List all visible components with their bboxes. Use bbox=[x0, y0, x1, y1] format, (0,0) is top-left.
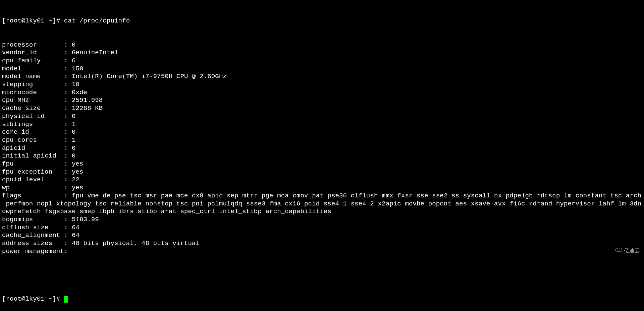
cpuinfo-field-siblings: siblings : 1 bbox=[2, 121, 642, 129]
cpuinfo-field-microcode: microcode : 0xde bbox=[2, 89, 642, 97]
svg-point-0 bbox=[617, 249, 618, 250]
cpuinfo-field-processor: processor : 0 bbox=[2, 41, 642, 49]
cloud-icon bbox=[605, 239, 623, 262]
prompt-line: [root@lky01 ~]# bbox=[2, 295, 642, 303]
cpuinfo-field-physical-id: physical id : 0 bbox=[2, 113, 642, 121]
watermark-text: 亿速云 bbox=[624, 247, 640, 255]
cpuinfo-field-power-management: power management: bbox=[2, 248, 642, 256]
cpuinfo-field-cpuid-level: cpuid level : 22 bbox=[2, 176, 642, 184]
cpuinfo-field-bogomips: bogomips : 5183.99 bbox=[2, 216, 642, 224]
shell-prompt: [root@lky01 ~]# bbox=[2, 17, 64, 24]
shell-prompt: [root@lky01 ~]# bbox=[2, 295, 64, 303]
cpuinfo-field-fpu-exception: fpu_exception : yes bbox=[2, 168, 642, 176]
cpuinfo-field-cpu-mhz: cpu MHz : 2591.998 bbox=[2, 97, 642, 105]
cpuinfo-output: processor : 0vendor_id : GenuineIntelcpu… bbox=[2, 41, 642, 256]
svg-point-1 bbox=[619, 249, 620, 250]
cpuinfo-field-clflush-size: clflush size : 64 bbox=[2, 224, 642, 232]
cpuinfo-field-cpu-family: cpu family : 6 bbox=[2, 57, 642, 65]
cpuinfo-field-wp: wp : yes bbox=[2, 184, 642, 192]
watermark: 亿速云 bbox=[605, 239, 640, 262]
cpuinfo-field-initial-apicid: initial apicid : 0 bbox=[2, 152, 642, 160]
cpuinfo-field-cache-alignment: cache_alignment : 64 bbox=[2, 232, 642, 240]
cpuinfo-field-model: model : 158 bbox=[2, 65, 642, 73]
cpuinfo-field-model-name: model name : Intel(R) Core(TM) i7-9750H … bbox=[2, 73, 642, 81]
cpuinfo-field-core-id: core id : 0 bbox=[2, 128, 642, 136]
cpuinfo-field-cpu-cores: cpu cores : 1 bbox=[2, 136, 642, 144]
cpuinfo-field-vendor-id: vendor_id : GenuineIntel bbox=[2, 49, 642, 57]
cpuinfo-field-flags: flags : fpu vme de pse tsc msr pae mce c… bbox=[2, 192, 642, 216]
terminal-window[interactable]: [root@lky01 ~]# cat /proc/cpuinfo proces… bbox=[0, 0, 644, 311]
cursor-block bbox=[64, 296, 68, 303]
cpuinfo-field-address-sizes: address sizes : 40 bits physical, 48 bit… bbox=[2, 240, 642, 248]
cpuinfo-field-cache-size: cache size : 12288 KB bbox=[2, 105, 642, 113]
entered-command: cat /proc/cpuinfo bbox=[64, 17, 130, 24]
cpuinfo-field-fpu: fpu : yes bbox=[2, 160, 642, 168]
cpuinfo-field-apicid: apicid : 0 bbox=[2, 144, 642, 152]
blank-line bbox=[2, 271, 642, 279]
cpuinfo-field-stepping: stepping : 10 bbox=[2, 81, 642, 89]
command-line: [root@lky01 ~]# cat /proc/cpuinfo bbox=[2, 17, 642, 25]
